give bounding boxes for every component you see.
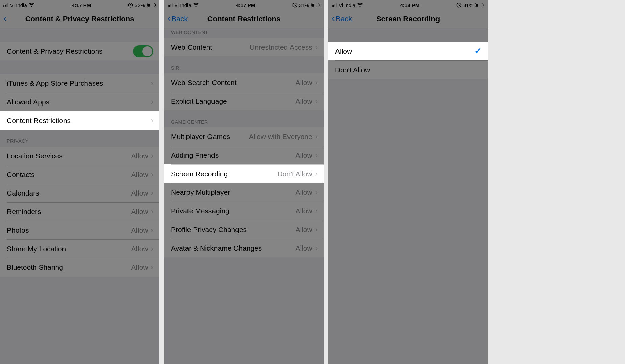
- clock-label: 4:17 PM: [236, 2, 255, 8]
- page-title: Screen Recording: [328, 15, 488, 23]
- chevron-right-icon: ›: [151, 244, 153, 253]
- battery-percent-label: 31%: [463, 2, 473, 8]
- row-label: Adding Friends: [171, 151, 295, 159]
- chevron-right-icon: ›: [151, 207, 153, 216]
- chevron-right-icon: ›: [315, 188, 318, 197]
- row-value: Allow: [295, 207, 312, 215]
- row-label: Reminders: [7, 208, 131, 216]
- settings-list[interactable]: WEB CONTENT Web Content Unrestricted Acc…: [164, 28, 324, 364]
- row-itunes-purchases[interactable]: iTunes & App Store Purchases ›: [0, 74, 159, 93]
- toggle-content-privacy[interactable]: Content & Privacy Restrictions: [0, 42, 159, 60]
- row-label: Private Messaging: [171, 207, 295, 215]
- row-avatar-nickname-changes[interactable]: Avatar & Nickname Changes Allow ›: [164, 239, 324, 257]
- svg-rect-7: [320, 4, 320, 6]
- back-button[interactable]: ‹: [3, 15, 7, 23]
- wifi-icon: [193, 3, 199, 7]
- row-calendars[interactable]: Calendars Allow ›: [0, 184, 159, 202]
- row-web-search-content[interactable]: Web Search Content Allow ›: [164, 73, 324, 92]
- row-multiplayer-games[interactable]: Multiplayer Games Allow with Everyone ›: [164, 127, 324, 146]
- row-value: Allow: [295, 188, 312, 197]
- carrier-label: Vi India: [339, 2, 355, 8]
- row-value: Don't Allow: [277, 170, 312, 178]
- row-value: Allow: [295, 151, 312, 159]
- chevron-right-icon: ›: [151, 226, 153, 235]
- rotation-lock-icon: [456, 3, 461, 8]
- battery-percent-label: 31%: [299, 2, 309, 8]
- row-contacts[interactable]: Contacts Allow ›: [0, 165, 159, 184]
- row-label: iTunes & App Store Purchases: [7, 79, 151, 87]
- row-value: Allow: [295, 244, 312, 252]
- row-location-services[interactable]: Location Services Allow ›: [0, 147, 159, 165]
- svg-rect-2: [147, 4, 150, 7]
- row-photos[interactable]: Photos Allow ›: [0, 221, 159, 239]
- option-allow[interactable]: Allow ✓: [328, 42, 488, 60]
- clock-label: 4:17 PM: [72, 2, 91, 8]
- row-label: Location Services: [7, 152, 131, 160]
- row-bluetooth-sharing[interactable]: Bluetooth Sharing Allow ›: [0, 258, 159, 277]
- chevron-right-icon: ›: [151, 79, 153, 88]
- row-value: Allow: [131, 208, 148, 216]
- row-content-restrictions[interactable]: Content Restrictions ›: [0, 111, 159, 130]
- chevron-right-icon: ›: [151, 116, 153, 125]
- status-bar: Vi India 4:18 PM 31%: [328, 0, 488, 9]
- row-nearby-multiplayer[interactable]: Nearby Multiplayer Allow ›: [164, 183, 324, 202]
- option-dont-allow[interactable]: Don't Allow: [328, 60, 488, 79]
- chevron-right-icon: ›: [315, 207, 318, 215]
- row-value: Allow: [131, 263, 148, 271]
- battery-percent-label: 32%: [135, 2, 145, 8]
- screen-content-privacy: Vi India 4:17 PM 32% ‹ Content & Privacy…: [0, 0, 159, 364]
- row-label: Profile Privacy Changes: [171, 226, 295, 234]
- row-label: Screen Recording: [171, 170, 277, 178]
- svg-rect-11: [484, 4, 484, 6]
- row-label: Share My Location: [7, 245, 131, 253]
- row-label: Avatar & Nickname Changes: [171, 244, 295, 252]
- status-bar: Vi India 4:17 PM 32%: [0, 0, 159, 9]
- chevron-right-icon: ›: [315, 244, 318, 253]
- row-reminders[interactable]: Reminders Allow ›: [0, 202, 159, 221]
- row-label: Bluetooth Sharing: [7, 263, 131, 271]
- chevron-right-icon: ›: [151, 189, 153, 198]
- rotation-lock-icon: [128, 3, 133, 8]
- status-bar: Vi India 4:17 PM 31%: [164, 0, 324, 9]
- back-label: Back: [335, 15, 352, 23]
- row-value: Allow with Everyone: [249, 133, 312, 141]
- row-allowed-apps[interactable]: Allowed Apps ›: [0, 93, 159, 111]
- group-header-web-content: WEB CONTENT: [164, 28, 324, 38]
- back-button[interactable]: ‹ Back: [168, 15, 188, 23]
- chevron-left-icon: ‹: [3, 14, 6, 23]
- back-label: Back: [171, 15, 188, 23]
- row-value: Allow: [295, 226, 312, 234]
- chevron-left-icon: ‹: [168, 14, 171, 23]
- row-share-location[interactable]: Share My Location Allow ›: [0, 239, 159, 258]
- back-button[interactable]: ‹ Back: [332, 15, 352, 23]
- screen-content-restrictions: Vi India 4:17 PM 31% ‹ Back Content Rest…: [164, 0, 324, 364]
- row-adding-friends[interactable]: Adding Friends Allow ›: [164, 146, 324, 164]
- chevron-left-icon: ‹: [332, 14, 335, 23]
- row-label: Allow: [335, 47, 474, 55]
- group-header-game-center: GAME CENTER: [164, 110, 324, 127]
- row-private-messaging[interactable]: Private Messaging Allow ›: [164, 202, 324, 220]
- row-profile-privacy-changes[interactable]: Profile Privacy Changes Allow ›: [164, 220, 324, 239]
- row-value: Unrestricted Access: [250, 43, 312, 51]
- row-explicit-language[interactable]: Explicit Language Allow ›: [164, 92, 324, 110]
- battery-icon: [311, 3, 320, 7]
- nav-bar: ‹ Back Content Restrictions: [164, 9, 324, 28]
- settings-list[interactable]: Allow ✓ Don't Allow: [328, 28, 488, 364]
- row-value: Allow: [131, 152, 148, 160]
- row-screen-recording[interactable]: Screen Recording Don't Allow ›: [164, 164, 324, 183]
- row-label: Content Restrictions: [7, 116, 151, 125]
- row-web-content[interactable]: Web Content Unrestricted Access ›: [164, 38, 324, 56]
- chevron-right-icon: ›: [315, 78, 318, 87]
- settings-list[interactable]: Content & Privacy Restrictions iTunes & …: [0, 28, 159, 364]
- row-value: Allow: [131, 171, 148, 179]
- nav-bar: ‹ Content & Privacy Restrictions: [0, 9, 159, 28]
- chevron-right-icon: ›: [151, 263, 153, 272]
- signal-icon: [332, 3, 337, 7]
- signal-icon: [168, 3, 173, 7]
- row-value: Allow: [131, 189, 148, 197]
- toggle-switch[interactable]: [133, 45, 153, 57]
- row-label: Web Content: [171, 43, 250, 51]
- row-label: Photos: [7, 226, 131, 234]
- row-value: Allow: [295, 79, 312, 87]
- carrier-label: Vi India: [10, 2, 27, 8]
